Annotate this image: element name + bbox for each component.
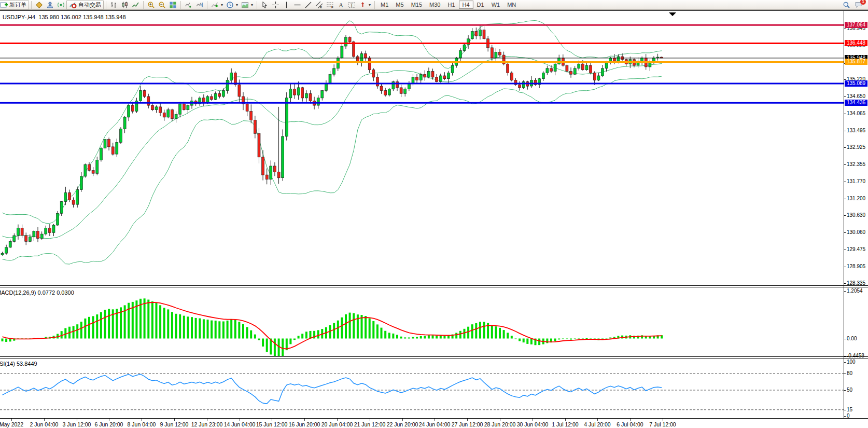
rsi-tick-mark [844,374,846,374]
price-tick-label: 132.925 [847,144,865,150]
price-tick-mark [844,232,846,233]
timeframe-d1-button[interactable]: D1 [473,1,488,9]
time-axis-label: 21 Jun 12:00 [354,421,386,427]
macd-scale-label: 1.2054 [847,288,863,294]
zoom-out-icon [158,1,166,9]
signals-button[interactable] [55,1,66,9]
toolbar-separator [257,1,257,9]
price-axis-border [844,11,844,419]
zoom-out-button[interactable] [157,1,167,9]
horizontal-line-tool-button[interactable] [292,1,303,9]
rsi-scale-label: 100 [847,359,856,365]
toolbar: 新订单 自动交易 ▾ ▾ ▾ [0,0,868,10]
periods-button[interactable]: ▾ [225,1,240,9]
rsi-indicator-label: RSI(14) 53.8449 [0,361,37,367]
dropdown-caret-icon: ▾ [221,3,223,7]
rsi-scale-label: 50 [847,387,852,393]
indicators-icon [211,1,219,9]
timeframe-mn-button[interactable]: MN [503,1,520,9]
toolbar-separator [374,1,375,9]
time-tick-mark [304,419,305,421]
price-tick-label: 134.650 [847,93,865,99]
time-axis[interactable]: May 20222 Jun 04:003 Jun 12:006 Jun 20:0… [0,419,868,428]
time-axis-label: 16 Jun 20:00 [289,421,320,427]
zoom-in-button[interactable] [146,1,157,9]
candlestick-mode-button[interactable] [119,1,130,9]
timeframe-w1-button[interactable]: W1 [488,1,504,9]
dropdown-caret-icon: ▾ [251,3,253,7]
price-line-badge: 134.436 [845,100,867,106]
new-order-button[interactable]: 新订单 [0,1,29,9]
time-tick-mark [207,419,207,421]
time-tick-mark [337,419,338,421]
arrows-tool-button[interactable]: ▾ [357,1,372,9]
navigator-icon [46,1,54,9]
timeframe-h1-button[interactable]: H1 [444,1,458,9]
tile-windows-button[interactable] [167,1,178,9]
price-tick-mark [844,29,846,29]
channel-tool-button[interactable]: E [314,1,325,9]
cursor-icon [261,1,269,9]
price-tick-label: 133.495 [847,128,865,133]
time-axis-label: 9 Jun 12:00 [160,421,189,427]
time-tick-mark [565,419,566,421]
time-axis-label: 8 Jun 04:00 [128,421,156,427]
timeframe-m30-button[interactable]: M30 [426,1,444,9]
navigator-button[interactable] [45,1,55,9]
new-order-label: 新订单 [9,1,26,9]
time-tick-mark [77,419,77,421]
crosshair-tool-button[interactable] [270,1,281,9]
cursor-tool-button[interactable] [259,1,270,9]
autotrading-button[interactable]: 自动交易 [66,1,104,9]
rsi-tick-mark [844,410,846,410]
time-tick-mark [533,419,533,421]
price-tick-label: 131.770 [847,178,865,184]
line-chart-mode-button[interactable] [130,1,141,9]
vertical-line-icon [283,1,290,9]
time-axis-label: 27 Jun 12:00 [452,421,483,427]
time-tick-mark [109,419,109,421]
templates-button[interactable]: ▾ [240,1,255,9]
toolbar-separator [31,1,32,9]
autotrading-label: 自动交易 [78,1,101,9]
macd-tick-mark [844,356,846,356]
signals-icon [57,1,65,9]
text-tool-button[interactable]: A [335,1,346,9]
timeframe-m5-button[interactable]: M5 [392,1,407,9]
rsi-tick-mark [844,416,846,417]
toolbar-separator [143,1,144,9]
time-axis-label: 15 Jun 12:00 [256,421,288,427]
fibonacci-tool-button[interactable]: F [325,1,335,9]
chart-shift-button[interactable] [194,1,205,9]
macd-pane[interactable] [0,287,868,356]
market-watch-icon [35,1,43,9]
price-line-badge: 137.064 [845,22,867,28]
time-axis-label: 4 Jul 20:00 [584,421,610,427]
price-tick-mark [844,164,846,165]
market-watch-button[interactable] [34,1,45,9]
timeframe-m1-button[interactable]: M1 [377,1,392,9]
vertical-line-tool-button[interactable] [281,1,292,9]
new-order-icon [0,1,8,9]
timeframe-m15-button[interactable]: M15 [408,1,426,9]
rsi-scale-label: 15 [847,407,852,412]
indicators-button[interactable]: ▾ [209,1,225,9]
trendline-tool-button[interactable] [303,1,314,9]
text-label-tool-button[interactable]: T [346,1,357,9]
candlestick-chart-icon [121,1,129,9]
auto-scroll-button[interactable] [183,1,194,9]
price-chart-pane[interactable] [0,11,868,285]
bar-chart-icon [110,1,118,9]
toolbar-separator [106,1,106,9]
timeframe-h4-button[interactable]: H4 [459,1,473,9]
time-axis-label: 20 Jun 04:00 [321,421,353,427]
timeframe-toolbar: M1M5M15M30H1H4D1W1MN [377,1,520,9]
price-line-badge: 135.089 [845,80,867,87]
rsi-pane[interactable] [0,358,868,418]
notifications-button[interactable]: 1 [855,1,862,9]
time-axis-label: May 2022 [0,421,23,427]
bar-chart-mode-button[interactable] [108,1,119,9]
arrows-icon [359,1,367,9]
autotrading-icon [69,1,77,9]
search-icon[interactable] [843,1,850,9]
